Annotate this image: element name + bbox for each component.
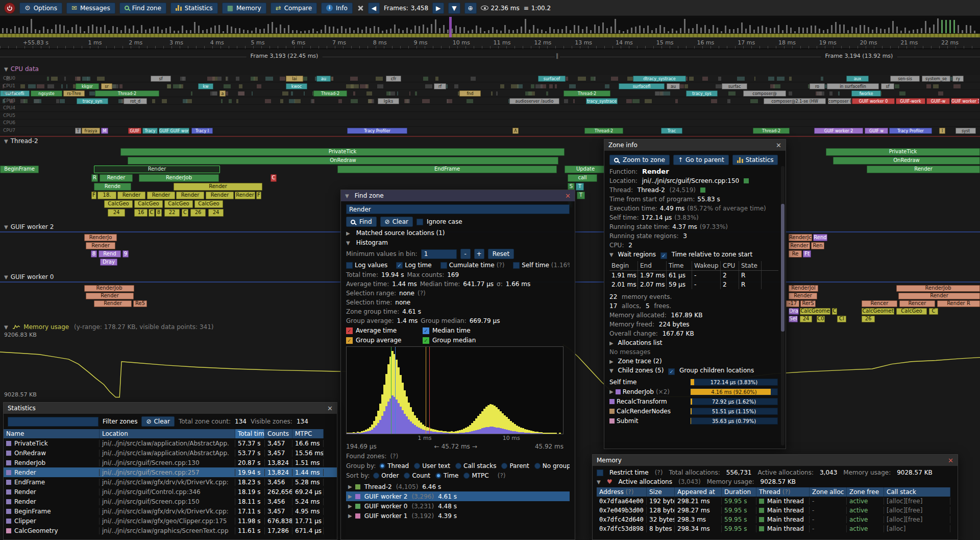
legend-checkbox[interactable] <box>423 327 429 334</box>
child-zones-row[interactable]: ▼ Child zones (5) Group children locatio… <box>609 367 778 375</box>
wait-col-cpu[interactable]: CPU <box>721 261 739 270</box>
collapse-icon[interactable]: ▼ <box>345 193 349 199</box>
child-zone-row[interactable]: RecalcTransform72.92 μs (1.62%) <box>609 396 778 406</box>
cpu-zone[interactable]: GUIF GUIF worl <box>159 128 189 134</box>
checkbox[interactable] <box>440 262 447 269</box>
thread-name[interactable]: Thread-2 <box>638 186 665 194</box>
expand-icon[interactable]: ▶ <box>348 503 352 509</box>
matched-locations-row[interactable]: ▶ Matched source locations (1) <box>346 229 570 237</box>
timeline-zone[interactable]: C <box>832 308 837 315</box>
cpu-zone[interactable]: sf <box>151 76 171 82</box>
wait-regions-label[interactable]: Wait regions <box>618 251 656 258</box>
timeline-zone[interactable]: 18. <box>97 192 116 199</box>
reset-button[interactable]: Reset <box>488 249 514 259</box>
table-row[interactable]: CalcGeometryjni/../jni/src/claw/graphics… <box>4 526 337 535</box>
timeline-zone[interactable]: RenderJc <box>789 234 812 241</box>
location-value[interactable]: jni/../jni/src/guif/Screen.cpp:150 <box>642 177 740 184</box>
table-row[interactable]: RenderJobjni/../jni/src/guif/Screen.cpp:… <box>4 458 337 467</box>
toolbar-button-options[interactable]: ⚙Options <box>19 3 62 14</box>
close-icon[interactable]: ✕ <box>948 457 953 464</box>
timeline-zone[interactable]: C <box>271 174 277 182</box>
timeline-zone[interactable]: Render <box>94 300 132 307</box>
close-icon[interactable]: ✕ <box>327 405 333 412</box>
memory-titlebar[interactable]: Memory ✕ <box>593 455 958 466</box>
cpu-zone[interactable]: rs-Thre <box>63 90 85 97</box>
cpu-zone[interactable]: l <box>939 128 945 134</box>
timeline-zone[interactable]: EndFrame <box>337 166 557 173</box>
table-row[interactable]: Renderjni/../jni/src/guif/Screen.cpp:150… <box>4 497 337 506</box>
wait-col-wakeup[interactable]: Wakeup <box>692 261 721 270</box>
allocation-row[interactable]: 0x7dfc53d8988 bytes298.34 ms59.95 sMain … <box>597 524 953 533</box>
allocations-list-row[interactable]: ▶ Allocations list <box>609 339 778 346</box>
legend-average-time[interactable]: Average time <box>346 327 423 334</box>
zone-statistics-button[interactable]: Statistics <box>732 155 778 165</box>
cpu-zone[interactable]: kw <box>198 83 213 89</box>
table-row[interactable]: Clipperjni/../jni/src/claw/gfx/geo/Clipp… <box>4 516 337 526</box>
tools-icon[interactable] <box>357 5 364 12</box>
zoom-to-zone-button[interactable]: Zoom to zone <box>609 155 670 165</box>
timeline-zone[interactable]: 16 <box>134 209 148 217</box>
sort-by-order[interactable]: Order <box>373 472 399 479</box>
cpu-zone[interactable]: Thread-2 <box>564 90 610 97</box>
timeline-zone[interactable]: OnRedraw <box>833 157 980 165</box>
filter-zones-input[interactable] <box>8 417 99 427</box>
cpu-data-header[interactable]: ▼CPU data <box>4 65 39 73</box>
expand-icon[interactable]: ▶ <box>348 513 352 519</box>
ignore-case-checkbox[interactable] <box>416 219 423 225</box>
prev-frame-button[interactable]: ◀ <box>368 3 380 14</box>
toolbar-button-memory[interactable]: ▦Memory <box>222 3 266 14</box>
frame-label-3193[interactable]: Frame 3,193 (22.45 ms) <box>247 53 323 59</box>
timeline-zone[interactable]: 8 <box>91 250 97 257</box>
collapse-icon[interactable]: ▼ <box>4 138 8 144</box>
cpu-zone[interactable]: composer@2.1-se (HW <box>764 98 826 104</box>
collapse-icon[interactable]: ▼ <box>597 479 601 485</box>
child-zone-row[interactable]: CalcRenderNodes51.51 μs (1.15%) <box>609 406 778 416</box>
cpu-zone[interactable]: aux <box>846 76 869 82</box>
sort-by-time[interactable]: Time <box>435 472 458 479</box>
memory-usage-header[interactable]: ▼ Memory usage (y-range: 178.27 KB, visi… <box>4 323 214 331</box>
memory-col-zone-alloc[interactable]: Zone alloc <box>810 487 847 497</box>
cpu-zone[interactable]: kwoc <box>286 83 307 89</box>
help-icon[interactable]: (?) <box>498 472 506 479</box>
cpu-zone[interactable]: fnd <box>459 90 481 97</box>
timeline-zone[interactable]: RenderJob <box>84 285 134 292</box>
timeline-zone[interactable]: Cl <box>837 316 846 322</box>
collapse-icon[interactable]: ▼ <box>4 224 8 230</box>
group-by-user-text[interactable]: User text <box>414 462 450 469</box>
memory-col-address[interactable]: Address (?) <box>597 487 647 497</box>
power-button[interactable] <box>4 3 15 14</box>
group-children-checkbox[interactable] <box>668 368 675 375</box>
cpu-zone[interactable]: GUIF w <box>865 128 888 134</box>
help-icon[interactable]: (?) <box>390 453 398 460</box>
scrollbar[interactable] <box>781 166 785 445</box>
next-frame-button[interactable]: ▶ <box>432 3 444 14</box>
cpu-zone[interactable]: lai <box>286 76 303 82</box>
timeline-zone[interactable]: PrivateTick <box>826 148 980 156</box>
frame-menu-button[interactable]: ▼ <box>448 3 460 14</box>
clear-button[interactable]: ⊘ Clear <box>380 217 413 227</box>
expand-icon[interactable]: ▶ <box>348 484 352 489</box>
timeline-zone[interactable]: RerS <box>800 300 816 307</box>
timeline-zone[interactable]: T <box>576 183 584 191</box>
group-by-no-groupi[interactable]: No groupi <box>534 462 570 469</box>
option-self-time[interactable]: Self time(1.16%) <box>513 262 570 269</box>
timeline-zone[interactable]: Rencer <box>862 300 897 307</box>
sort-by-count[interactable]: Count <box>404 472 430 479</box>
timeline-zone[interactable]: Sel <box>789 316 798 322</box>
guif-worker0-header[interactable]: ▼GUIF worker 0 <box>4 273 54 280</box>
find-zone-titlebar[interactable]: ▼ Find zone ✕ <box>341 190 575 201</box>
option-cumulate-time[interactable]: Cumulate time(?) <box>440 262 505 269</box>
timeline-zone[interactable]: OnRedraw <box>128 157 558 165</box>
frames-row[interactable]: Frame 3,193 (22.45 ms) ∥ Frame 3,194 (13… <box>0 51 980 62</box>
cpu-zone[interactable]: surfacef <box>538 76 566 82</box>
timeline-zone[interactable]: Render <box>147 192 175 199</box>
help-icon[interactable]: (?) <box>780 488 791 496</box>
timeline-zone[interactable]: 9 <box>122 250 129 257</box>
stats-col-mtpc[interactable]: MTPC <box>292 429 324 438</box>
checkbox[interactable] <box>346 262 353 269</box>
close-icon[interactable]: ✕ <box>776 142 781 149</box>
timeline-zone[interactable]: CalcGeomet <box>862 308 894 315</box>
group-by-call-stacks[interactable]: Call stacks <box>455 462 496 469</box>
collapse-icon[interactable]: ▼ <box>609 252 614 257</box>
timeline-zone[interactable]: F <box>91 192 96 199</box>
